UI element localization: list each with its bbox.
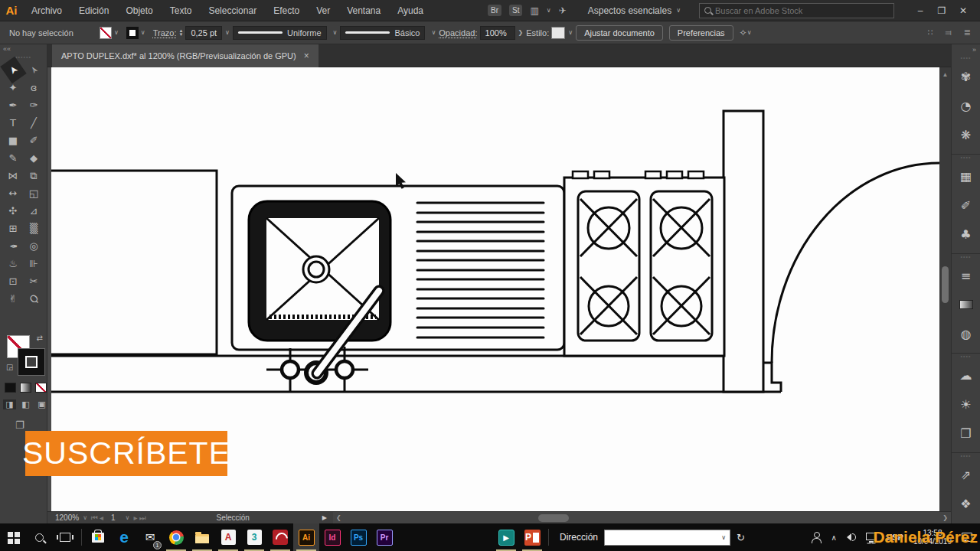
fill-color-control[interactable]: ∨: [100, 27, 119, 39]
taskbar-premiere[interactable]: Pr: [371, 523, 397, 551]
none-mode-button[interactable]: [35, 383, 47, 393]
taskbar-powerpoint[interactable]: P: [519, 523, 545, 551]
chevron-down-icon[interactable]: ∨: [565, 29, 576, 36]
menu-ventana[interactable]: Ventana: [338, 5, 389, 16]
document-tab[interactable]: APTO DUPLEX.dxf* al 1200% (RGB/Previsual…: [52, 44, 318, 67]
stock-button[interactable]: St: [509, 5, 522, 16]
first-page-icon[interactable]: ⏮: [91, 514, 100, 523]
panel-layers-icon[interactable]: ❖: [952, 489, 980, 518]
brush-definition-dropdown[interactable]: Básico: [340, 26, 425, 40]
tool-rectangle[interactable]: ■: [3, 132, 24, 149]
last-page-icon[interactable]: ⏭: [139, 514, 147, 523]
restore-button[interactable]: ❐: [931, 0, 952, 21]
address-input[interactable]: ∨: [604, 530, 730, 546]
chevron-down-icon[interactable]: ∨: [83, 514, 87, 521]
tool-artboard[interactable]: ⊡: [3, 272, 24, 290]
menu-edicion[interactable]: Edición: [70, 5, 117, 16]
tools-drag-handle[interactable]: ••••••: [0, 55, 47, 61]
chevron-down-icon[interactable]: ∨: [222, 29, 233, 36]
dock-drag-handle[interactable]: ••••: [952, 155, 980, 161]
preferences-button[interactable]: Preferencias: [669, 25, 733, 41]
tool-gradient[interactable]: ▒: [24, 220, 44, 237]
panel-cc-libraries-icon[interactable]: ☁: [952, 360, 980, 390]
panel-symbols-icon[interactable]: ♣: [952, 220, 980, 249]
tool-width[interactable]: ↔: [3, 184, 24, 202]
workspace-switcher[interactable]: Aspectos esenciales∨: [588, 5, 681, 16]
menu-efecto[interactable]: Efecto: [265, 5, 308, 16]
start-button[interactable]: [0, 523, 26, 551]
chevron-down-icon[interactable]: ∨: [428, 29, 439, 36]
tray-expand-icon[interactable]: ∧: [831, 533, 837, 542]
tool-curvature[interactable]: ✑: [24, 96, 44, 114]
taskbar-red-app[interactable]: [267, 523, 293, 551]
taskbar-media-player[interactable]: ▶: [493, 523, 519, 551]
tool-eraser[interactable]: ◆: [24, 149, 44, 167]
panel-color-guide-icon[interactable]: ◔: [952, 91, 980, 120]
taskbar-chrome[interactable]: [163, 523, 189, 551]
zoom-level[interactable]: 1200%: [55, 514, 79, 522]
horizontal-scrollbar[interactable]: ❮ ❯: [333, 512, 951, 523]
menu-texto[interactable]: Texto: [162, 5, 201, 16]
default-fill-stroke-icon[interactable]: ◲: [6, 363, 13, 371]
next-page-icon[interactable]: ▸: [133, 514, 139, 522]
fit-document-button[interactable]: Ajustar documento: [576, 25, 663, 41]
panel-graphic-styles-icon[interactable]: ❐: [952, 419, 980, 448]
vertical-scrollbar[interactable]: ▲: [939, 67, 951, 511]
taskbar-illustrator[interactable]: Ai: [293, 523, 319, 551]
touch-workspace-icon[interactable]: ∷: [927, 28, 933, 37]
people-icon[interactable]: [811, 532, 822, 543]
search-input[interactable]: [715, 6, 876, 15]
task-view-button[interactable]: [52, 523, 78, 551]
tool-eyedropper[interactable]: ✒: [3, 237, 24, 255]
volume-icon[interactable]: [847, 533, 856, 541]
chevron-down-icon[interactable]: ∨: [547, 7, 551, 14]
horizontal-scroll-thumb[interactable]: [538, 514, 569, 522]
chevron-down-icon[interactable]: ∨: [747, 29, 752, 36]
taskbar-file-explorer[interactable]: [189, 523, 215, 551]
panel-transparency-icon[interactable]: ◍: [952, 319, 980, 348]
panel-color-icon[interactable]: ✾: [952, 62, 980, 91]
tool-symbol-sprayer[interactable]: ♨: [3, 255, 24, 272]
taskbar-store[interactable]: [85, 523, 111, 551]
status-flyout-icon[interactable]: ▶: [322, 514, 327, 521]
stroke-weight-label[interactable]: Trazo:: [153, 28, 177, 37]
stroke-color-control[interactable]: ∨: [126, 27, 145, 39]
opacity-value[interactable]: 100%: [480, 26, 515, 40]
swap-fill-stroke-icon[interactable]: ⇄: [37, 334, 43, 342]
tool-column-graph[interactable]: ⊪: [24, 255, 44, 272]
stroke-weight-stepper[interactable]: ▲▼: [178, 29, 183, 37]
taskbar-edge[interactable]: e: [111, 523, 137, 551]
panel-asset-export-icon[interactable]: ⇗: [952, 460, 980, 489]
taskbar-indesign[interactable]: Id: [319, 523, 345, 551]
chevron-down-icon[interactable]: ∨: [330, 29, 341, 36]
panel-swatches-icon[interactable]: ▦: [952, 161, 980, 191]
dock-collapse-icon[interactable]: »: [952, 44, 980, 55]
panel-recolor-artwork-icon[interactable]: ❋: [952, 120, 980, 149]
tool-shaper[interactable]: ✎: [3, 149, 24, 167]
expander-icon[interactable]: ❯: [515, 29, 527, 36]
tab-close-icon[interactable]: ×: [304, 51, 309, 61]
tool-puppet-warp[interactable]: ✣: [3, 202, 24, 220]
menu-archivo[interactable]: Archivo: [23, 5, 70, 16]
chevron-down-icon[interactable]: ∨: [126, 514, 130, 521]
taskbar-photoshop[interactable]: Ps: [345, 523, 371, 551]
draw-normal-icon[interactable]: ◨: [3, 399, 16, 409]
panel-brushes-icon[interactable]: ✐: [952, 191, 980, 220]
menu-objeto[interactable]: Objeto: [117, 5, 161, 16]
minimize-button[interactable]: –: [910, 0, 931, 21]
color-mode-button[interactable]: [5, 383, 16, 393]
taskbar-mail[interactable]: ✉1: [137, 523, 163, 551]
style-swatch[interactable]: [551, 27, 565, 39]
vertical-scroll-thumb[interactable]: [942, 266, 949, 303]
gradient-mode-button[interactable]: [20, 383, 31, 393]
menu-seleccionar[interactable]: Seleccionar: [200, 5, 265, 16]
panel-menu-icon[interactable]: ≣: [964, 28, 971, 37]
panel-gradient-icon[interactable]: [952, 290, 980, 319]
tools-collapse-icon[interactable]: ««: [0, 44, 47, 55]
arrange-documents-icon[interactable]: ▥: [530, 5, 538, 16]
adobe-stock-search[interactable]: [699, 3, 894, 18]
tool-type[interactable]: T: [3, 114, 24, 132]
isolate-selection-icon[interactable]: ✧: [740, 28, 747, 38]
panel-appearance-icon[interactable]: ☀: [952, 390, 980, 419]
taskbar-3dsmax[interactable]: 3: [241, 523, 267, 551]
